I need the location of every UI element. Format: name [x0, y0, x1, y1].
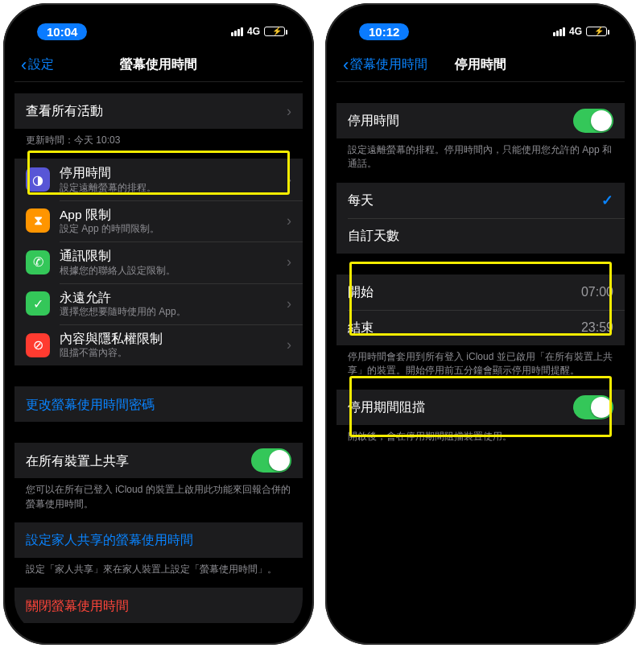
end-label: 結束 — [348, 320, 374, 335]
share-devices-label: 在所有裝置上共享 — [26, 453, 129, 468]
always-allowed-row[interactable]: ✓ 永遠允許 選擇您想要隨時使用的 App。 › — [14, 283, 303, 324]
always-allowed-sub: 選擇您想要隨時使用的 App。 — [60, 306, 186, 318]
see-all-activity-row[interactable]: 查看所有活動 › — [14, 93, 303, 129]
status-time: 10:12 — [359, 23, 409, 40]
status-indicators: 4G ⚡ — [231, 26, 285, 37]
status-indicators: 4G ⚡ — [553, 26, 607, 37]
downtime-toggle-row[interactable]: 停用時間 — [336, 103, 625, 138]
custom-days-label: 自訂天數 — [348, 228, 399, 243]
content-privacy-sub: 阻擋不當內容。 — [60, 347, 163, 359]
signal-icon — [231, 27, 243, 36]
screen-right: 10:12 4G ⚡ ‹ 螢幕使用時間 停用時間 停用時間 設定遠離螢幕的排程。… — [336, 14, 625, 634]
see-all-activity-label: 查看所有活動 — [26, 103, 103, 118]
end-time-row[interactable]: 結束 23:59 — [336, 310, 625, 345]
app-limits-title: App 限制 — [60, 207, 159, 222]
downtime-toggle[interactable] — [573, 109, 613, 133]
screen-left: 10:04 4G ⚡ ‹ 設定 螢幕使用時間 查看所有活動 › 更新時間：今天 … — [14, 14, 303, 634]
nav-header: ‹ 螢幕使用時間 停用時間 — [336, 48, 625, 82]
communication-sub: 根據您的聯絡人設定限制。 — [60, 265, 175, 277]
end-value: 23:59 — [581, 320, 613, 335]
content: 查看所有活動 › 更新時間：今天 10:03 ◑ 停用時間 設定遠離螢幕的排程。… — [14, 82, 303, 634]
every-day-row[interactable]: 每天 ✓ — [336, 183, 625, 218]
phone-left: 10:04 4G ⚡ ‹ 設定 螢幕使用時間 查看所有活動 › 更新時間：今天 … — [3, 3, 314, 645]
back-button[interactable]: ‹ 設定 — [21, 56, 54, 74]
block-at-downtime-row[interactable]: 停用期間阻擋 — [336, 390, 625, 425]
time-footer: 停用時間會套用到所有登入 iCloud 並已啟用「在所有裝置上共享」的裝置。開始… — [336, 345, 625, 390]
phone-right: 10:12 4G ⚡ ‹ 螢幕使用時間 停用時間 停用時間 設定遠離螢幕的排程。… — [325, 3, 636, 645]
nav-header: ‹ 設定 螢幕使用時間 — [14, 48, 303, 82]
communication-title: 通訊限制 — [60, 248, 175, 263]
start-value: 07:00 — [581, 285, 613, 299]
content: 停用時間 設定遠離螢幕的排程。停用時間內，只能使用您允許的 App 和通話。 每… — [336, 82, 625, 634]
page-title: 螢幕使用時間 — [14, 56, 303, 73]
start-label: 開始 — [348, 284, 374, 299]
chevron-right-icon: › — [287, 254, 291, 270]
block-toggle[interactable] — [573, 395, 613, 419]
family-setup-label: 設定家人共享的螢幕使用時間 — [26, 532, 193, 547]
downtime-toggle-label: 停用時間 — [348, 113, 399, 128]
carrier-label: 4G — [569, 26, 582, 37]
every-day-label: 每天 — [348, 192, 374, 208]
contacts-icon: ✆ — [26, 250, 50, 274]
chevron-right-icon: › — [287, 295, 291, 312]
share-across-devices-row[interactable]: 在所有裝置上共享 — [14, 443, 303, 478]
chevron-left-icon: ‹ — [21, 56, 27, 74]
block-footer: 開啟後，會在停用期間阻擋裝置使用。 — [336, 425, 625, 455]
chevron-left-icon: ‹ — [343, 56, 349, 74]
downtime-title: 停用時間 — [60, 165, 156, 180]
battery-icon: ⚡ — [586, 27, 607, 36]
carrier-label: 4G — [247, 26, 260, 37]
share-devices-toggle[interactable] — [251, 448, 291, 473]
turn-off-row[interactable]: 關閉螢幕使用時間 — [14, 588, 303, 623]
chevron-right-icon: › — [287, 213, 291, 229]
share-devices-footer: 您可以在所有已登入 iCloud 的裝置上啟用此功能來回報合併的螢幕使用時間。 — [14, 478, 303, 522]
change-passcode-label: 更改螢幕使用時間密碼 — [26, 397, 155, 412]
hourglass-icon: ⧗ — [26, 208, 50, 233]
change-passcode-row[interactable]: 更改螢幕使用時間密碼 — [14, 386, 303, 422]
turn-off-label: 關閉螢幕使用時間 — [26, 598, 129, 613]
check-shield-icon: ✓ — [26, 291, 50, 316]
battery-icon: ⚡ — [264, 27, 285, 36]
back-label: 螢幕使用時間 — [350, 56, 427, 73]
back-button[interactable]: ‹ 螢幕使用時間 — [343, 56, 427, 74]
status-time: 10:04 — [37, 23, 87, 40]
app-limits-row[interactable]: ⧗ App 限制 設定 App 的時間限制。 › — [14, 200, 303, 241]
no-entry-icon: ⊘ — [26, 333, 50, 357]
chevron-right-icon: › — [287, 103, 291, 120]
family-setup-row[interactable]: 設定家人共享的螢幕使用時間 — [14, 522, 303, 558]
moon-clock-icon: ◑ — [26, 167, 50, 192]
chevron-right-icon: › — [287, 171, 291, 188]
app-limits-sub: 設定 App 的時間限制。 — [60, 223, 159, 235]
downtime-row[interactable]: ◑ 停用時間 設定遠離螢幕的排程。 › — [14, 159, 303, 200]
downtime-sub: 設定遠離螢幕的排程。 — [60, 182, 156, 194]
family-setup-footer: 設定「家人共享」來在家人裝置上設定「螢幕使用時間」。 — [14, 558, 303, 588]
always-allowed-title: 永遠允許 — [60, 290, 186, 305]
signal-icon — [553, 27, 565, 36]
back-label: 設定 — [28, 56, 54, 73]
notch — [412, 14, 549, 37]
custom-days-row[interactable]: 自訂天數 — [336, 218, 625, 254]
block-label: 停用期間阻擋 — [348, 399, 425, 415]
update-time-footer: 更新時間：今天 10:03 — [14, 129, 303, 159]
start-time-row[interactable]: 開始 07:00 — [336, 274, 625, 310]
notch — [90, 14, 227, 37]
chevron-right-icon: › — [287, 336, 291, 353]
checkmark-icon: ✓ — [601, 192, 613, 209]
content-privacy-row[interactable]: ⊘ 內容與隱私權限制 阻擋不當內容。 › — [14, 324, 303, 365]
downtime-footer: 設定遠離螢幕的排程。停用時間內，只能使用您允許的 App 和通話。 — [336, 138, 625, 183]
communication-limits-row[interactable]: ✆ 通訊限制 根據您的聯絡人設定限制。 › — [14, 241, 303, 283]
content-privacy-title: 內容與隱私權限制 — [60, 331, 163, 346]
